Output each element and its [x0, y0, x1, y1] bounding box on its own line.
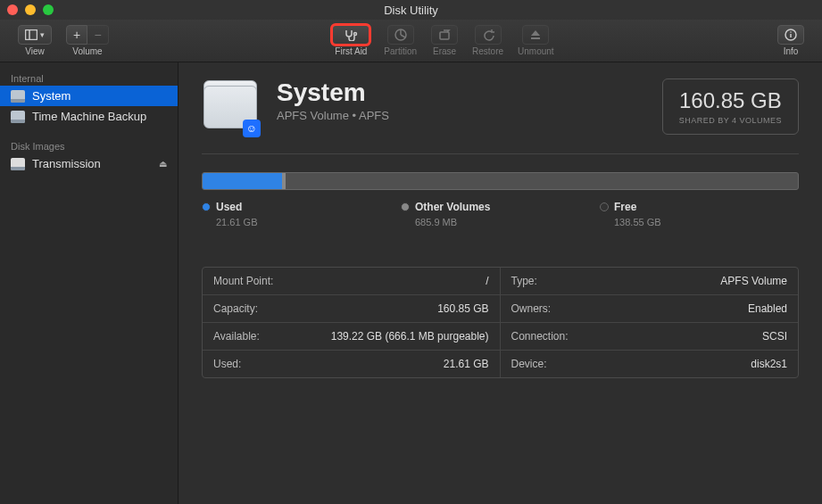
content: ☺ System APFS Volume • APFS 160.85 GB SH…: [179, 62, 822, 504]
body: Internal System Time Machine Backup Disk…: [0, 62, 822, 504]
erase-label: Erase: [433, 46, 456, 56]
unmount-cluster: Unmount: [518, 25, 554, 56]
fullscreen-button[interactable]: [43, 4, 54, 15]
remove-volume-button[interactable]: −: [87, 25, 109, 45]
titlebar: Disk Utility: [0, 0, 822, 20]
sidebar-item-system[interactable]: System: [0, 86, 178, 106]
detail-row: Available:139.22 GB (666.1 MB purgeable): [203, 323, 501, 351]
legend-other-label: Other Volumes: [415, 201, 490, 213]
volume-cluster: + − Volume: [66, 25, 109, 56]
partition-label: Partition: [384, 46, 417, 56]
volume-segment: + −: [66, 25, 109, 45]
window: Disk Utility ▾ View + − Volume First Aid: [0, 0, 822, 504]
sidebar-header-internal: Internal: [0, 68, 178, 86]
detail-row: Connection:SCSI: [501, 323, 799, 351]
volume-size: 160.85 GB: [679, 88, 782, 113]
volume-shared: SHARED BY 4 VOLUMES: [679, 116, 782, 125]
volume-name: System: [277, 78, 389, 107]
usage-legend: Used 21.61 GB Other Volumes 685.9 MB Fre…: [202, 201, 799, 227]
swatch-used: [202, 202, 211, 211]
legend-used: Used 21.61 GB: [202, 201, 401, 227]
svg-point-8: [790, 31, 792, 33]
legend-other: Other Volumes 685.9 MB: [401, 201, 600, 227]
legend-free-label: Free: [614, 201, 636, 213]
first-aid-label: First Aid: [335, 46, 367, 56]
info-icon: [785, 29, 797, 41]
detail-row: Type:APFS Volume: [501, 268, 799, 295]
legend-other-value: 685.9 MB: [415, 217, 600, 227]
erase-cluster: Erase: [431, 25, 458, 56]
disk-icon: [11, 90, 25, 103]
erase-button[interactable]: [431, 25, 458, 45]
divider: [202, 153, 799, 154]
sidebar-icon: [25, 29, 37, 40]
eject-icon: [529, 29, 542, 41]
disk-image-icon: [11, 158, 25, 170]
finder-badge-icon: ☺: [243, 120, 261, 137]
first-aid-button[interactable]: [332, 25, 369, 45]
partition-button[interactable]: [387, 25, 414, 45]
partition-cluster: Partition: [384, 25, 417, 56]
toolbar: ▾ View + − Volume First Aid Partition: [0, 20, 822, 62]
sidebar-item-time-machine[interactable]: Time Machine Backup: [0, 106, 178, 127]
volume-size-box: 160.85 GB SHARED BY 4 VOLUMES: [662, 78, 799, 135]
view-button[interactable]: ▾: [18, 25, 52, 45]
swatch-other: [401, 202, 410, 211]
sidebar: Internal System Time Machine Backup Disk…: [0, 62, 179, 504]
usage-bar: [202, 172, 799, 190]
sidebar-item-label: System: [32, 89, 71, 103]
sidebar-item-label: Transmission: [32, 157, 101, 170]
first-aid-cluster: First Aid: [332, 25, 369, 56]
eject-icon[interactable]: ⏏: [159, 159, 167, 169]
svg-point-2: [354, 33, 357, 36]
sidebar-item-label: Time Machine Backup: [32, 110, 146, 123]
info-label: Info: [784, 46, 799, 56]
add-volume-button[interactable]: +: [66, 25, 87, 45]
usage-segment-free: [286, 173, 798, 189]
info-cluster: Info: [777, 25, 804, 56]
swatch-free: [600, 202, 609, 211]
legend-used-value: 21.61 GB: [216, 217, 401, 227]
volume-subtitle: APFS Volume • APFS: [277, 109, 389, 122]
pie-icon: [394, 29, 407, 41]
minimize-button[interactable]: [25, 4, 36, 15]
erase-icon: [438, 29, 451, 41]
detail-row: Owners:Enabled: [501, 295, 799, 323]
unmount-label: Unmount: [518, 46, 554, 56]
volume-header: ☺ System APFS Volume • APFS 160.85 GB SH…: [202, 78, 799, 136]
unmount-button[interactable]: [522, 25, 549, 45]
detail-table: Mount Point:/ Type:APFS Volume Capacity:…: [202, 267, 799, 378]
detail-row: Mount Point:/: [203, 268, 501, 295]
sidebar-header-disk-images: Disk Images: [0, 136, 178, 153]
detail-row: Capacity:160.85 GB: [203, 295, 501, 323]
svg-rect-0: [26, 30, 37, 40]
chevron-down-icon: ▾: [40, 30, 45, 39]
detail-row: Device:disk2s1: [501, 351, 799, 377]
restore-label: Restore: [472, 46, 503, 56]
usage-segment-used: [203, 173, 282, 189]
info-button[interactable]: [777, 25, 804, 45]
view-label: View: [25, 46, 45, 56]
close-button[interactable]: [7, 4, 18, 15]
svg-rect-5: [531, 37, 540, 39]
restore-cluster: Restore: [472, 25, 503, 56]
restore-button[interactable]: [475, 25, 502, 45]
volume-disk-icon: ☺: [202, 78, 259, 136]
detail-row: Used:21.61 GB: [203, 351, 501, 377]
legend-free: Free 138.55 GB: [600, 201, 799, 227]
window-title: Disk Utility: [0, 4, 822, 17]
disk-icon: [11, 111, 25, 123]
restore-icon: [482, 29, 494, 41]
svg-rect-4: [440, 32, 449, 39]
view-cluster: ▾ View: [18, 25, 52, 56]
stethoscope-icon: [344, 29, 358, 41]
volume-label: Volume: [72, 46, 102, 56]
legend-used-label: Used: [216, 201, 242, 213]
sidebar-item-transmission[interactable]: Transmission ⏏: [0, 153, 178, 174]
legend-free-value: 138.55 GB: [614, 217, 799, 227]
volume-title-block: System APFS Volume • APFS: [277, 78, 389, 122]
traffic-lights: [7, 4, 54, 15]
